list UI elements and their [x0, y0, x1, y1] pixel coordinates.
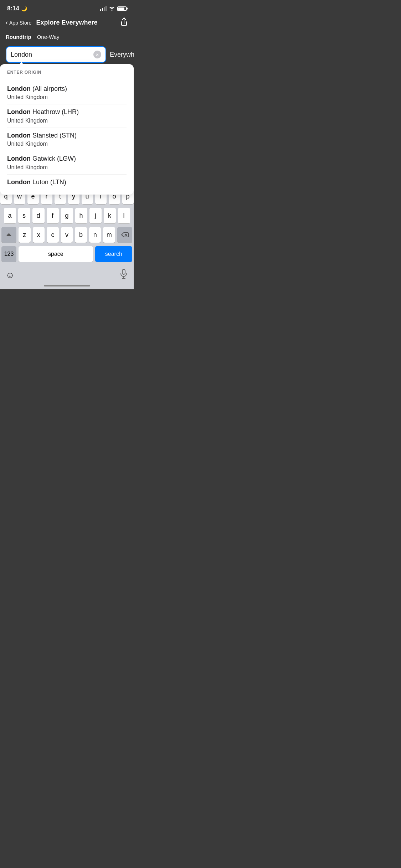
- back-button[interactable]: ‹ App Store: [6, 19, 31, 26]
- search-key[interactable]: search: [95, 246, 132, 262]
- dropdown-item[interactable]: London (All airports) United Kingdom: [7, 81, 127, 104]
- dropdown-item-country: United Kingdom: [7, 94, 127, 100]
- dropdown-item-country: United Kingdom: [7, 141, 127, 147]
- share-button[interactable]: [120, 17, 128, 28]
- key-j[interactable]: j: [89, 208, 102, 223]
- clear-icon: ×: [96, 52, 99, 57]
- oneway-button[interactable]: One-Way: [37, 34, 60, 40]
- mic-button[interactable]: [119, 269, 128, 281]
- trip-type-bar: Roundtrip One-Way: [0, 32, 134, 43]
- emoji-button[interactable]: ☺: [6, 270, 15, 280]
- home-indicator: [0, 283, 134, 289]
- dropdown-header: ENTER ORIGIN: [7, 70, 127, 75]
- key-s[interactable]: s: [18, 208, 30, 223]
- dropdown-item[interactable]: London Luton (LTN): [7, 175, 127, 189]
- dropdown-item-name: London Stansted (STN): [7, 131, 127, 140]
- key-g[interactable]: g: [61, 208, 73, 223]
- back-label: App Store: [9, 20, 31, 26]
- dropdown-item-country: United Kingdom: [7, 164, 127, 171]
- keyboard: q w e r t y u i o p a s d f g h j k l: [0, 186, 134, 289]
- roundtrip-button[interactable]: Roundtrip: [6, 34, 31, 40]
- status-icons: [100, 6, 127, 12]
- key-row-2: a s d f g h j k l: [1, 208, 132, 223]
- dropdown-item-bold: London: [7, 179, 31, 186]
- key-h[interactable]: h: [75, 208, 87, 223]
- key-n[interactable]: n: [89, 227, 101, 243]
- origin-field[interactable]: ×: [6, 46, 106, 63]
- num-key[interactable]: 123: [1, 246, 16, 262]
- dropdown-caret: [17, 62, 26, 67]
- dropdown-item-bold: London: [7, 85, 31, 92]
- key-l[interactable]: l: [118, 208, 130, 223]
- dropdown-item-bold: London: [7, 132, 31, 139]
- dropdown-item-rest: (All airports): [31, 85, 67, 92]
- dropdown-item-bold: London: [7, 108, 31, 115]
- dropdown-item-rest: Luton (LTN): [31, 179, 66, 186]
- space-key[interactable]: space: [19, 246, 93, 262]
- dropdown-item-rest: Gatwick (LGW): [31, 155, 76, 162]
- key-m[interactable]: m: [103, 227, 115, 243]
- key-k[interactable]: k: [104, 208, 116, 223]
- key-d[interactable]: d: [32, 208, 45, 223]
- battery-icon: [117, 6, 127, 11]
- key-v[interactable]: v: [61, 227, 73, 243]
- dropdown-item-name: London (All airports): [7, 85, 127, 93]
- dropdown-item[interactable]: London Heathrow (LHR) United Kingdom: [7, 104, 127, 128]
- autocomplete-dropdown: ENTER ORIGIN London (All airports) Unite…: [0, 64, 134, 195]
- key-b[interactable]: b: [75, 227, 87, 243]
- moon-icon: 🌙: [21, 6, 27, 11]
- dropdown-item-name: London Gatwick (LGW): [7, 155, 127, 163]
- back-chevron-icon: ‹: [6, 19, 8, 26]
- dropdown-item[interactable]: London Gatwick (LGW) United Kingdom: [7, 151, 127, 174]
- clear-button[interactable]: ×: [93, 51, 101, 58]
- status-time: 8:14: [7, 5, 19, 12]
- keyboard-rows: q w e r t y u i o p a s d f g h j k l: [0, 186, 134, 267]
- dropdown-item-rest: Stansted (STN): [31, 132, 77, 139]
- dropdown-item-name: London Heathrow (LHR): [7, 108, 127, 116]
- bottom-bar: ☺: [0, 267, 134, 283]
- delete-key[interactable]: [117, 227, 132, 243]
- key-z[interactable]: z: [19, 227, 31, 243]
- svg-rect-3: [122, 269, 125, 274]
- dropdown-item-country: United Kingdom: [7, 118, 127, 124]
- origin-input[interactable]: [11, 51, 93, 58]
- nav-bar: ‹ App Store Explore Everywhere: [0, 15, 134, 32]
- shift-key[interactable]: [1, 227, 16, 243]
- dropdown-item-name: London Luton (LTN): [7, 178, 127, 186]
- destination-label: Everywhere: [110, 51, 134, 58]
- signal-icon: [100, 6, 107, 11]
- dropdown-item-bold: London: [7, 155, 31, 162]
- shift-icon: [6, 233, 11, 236]
- key-row-3: z x c v b n m: [1, 227, 132, 243]
- key-a[interactable]: a: [4, 208, 16, 223]
- search-fields-row: × Everywhere: [0, 43, 134, 66]
- key-f[interactable]: f: [47, 208, 59, 223]
- dropdown-item[interactable]: London Stansted (STN) United Kingdom: [7, 128, 127, 151]
- home-bar: [44, 285, 90, 286]
- page-title: Explore Everywhere: [36, 19, 97, 26]
- key-c[interactable]: c: [47, 227, 59, 243]
- dropdown-item-rest: Heathrow (LHR): [31, 108, 79, 115]
- wifi-icon: [109, 6, 115, 12]
- status-bar: 8:14 🌙: [0, 0, 134, 15]
- key-row-4: 123 space search: [1, 246, 132, 262]
- key-x[interactable]: x: [33, 227, 45, 243]
